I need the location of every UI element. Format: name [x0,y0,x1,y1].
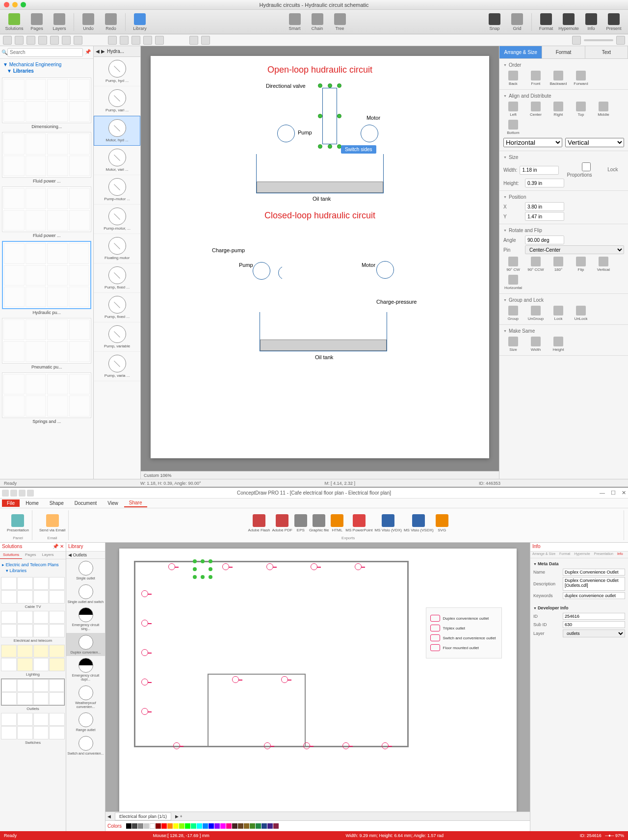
hypernote-button[interactable]: Hypernote [558,12,579,32]
zoom-in-tool[interactable] [616,36,625,45]
color-swatch[interactable] [167,823,173,829]
pen-tool[interactable] [62,36,71,45]
lib-switches[interactable] [1,713,65,739]
outlet[interactable] [173,742,180,749]
line-tool[interactable] [15,36,24,45]
align-right-button[interactable]: Right [549,102,568,117]
present-button[interactable]: Present [603,12,624,32]
export-svg-button[interactable]: SVG [436,514,448,532]
tab-pages[interactable]: Pages [22,551,39,559]
lib-lighting[interactable] [1,645,65,671]
minimize-icon[interactable] [12,2,18,7]
section-rotate[interactable]: Rotate and Flip [503,226,624,235]
color-swatch[interactable] [161,823,167,829]
lock-proportions-checkbox[interactable] [567,162,606,171]
layer-select[interactable]: outlets [563,630,625,637]
shape-pump-hyd[interactable]: Pump, hyd ... [94,57,140,86]
redo-button[interactable]: Redo [101,12,121,32]
undo-button[interactable]: Undo [78,12,99,32]
motor-symbol-2[interactable] [376,261,394,279]
qat-save-icon[interactable] [2,490,9,497]
color-swatch[interactable] [250,823,255,829]
lib-electrical[interactable] [1,611,65,637]
menu-document[interactable]: Document [70,499,102,507]
menu-share[interactable]: Share [124,499,147,507]
same-size-button[interactable]: Size [503,337,523,352]
maximize-icon[interactable] [21,2,26,7]
tab-format[interactable]: Format [542,46,585,58]
chain-button[interactable]: Chain [307,12,328,32]
outlet[interactable] [355,563,362,570]
align-left-button[interactable]: Left [503,102,523,117]
shape-pump-vari[interactable]: Pump, vari ... [94,86,140,116]
outlet[interactable] [382,742,389,749]
distribute-tool[interactable] [131,36,140,45]
zoom-slider[interactable] [584,39,613,41]
close-icon[interactable]: ✕ [622,490,626,496]
angle-input[interactable] [525,236,564,244]
rotate-180-button[interactable]: 180° [549,257,568,272]
section-align[interactable]: Align and Distribute [503,92,624,100]
section-metadata[interactable]: Meta Data [533,560,625,567]
canvas-viewport[interactable]: Open-loop hudraulic circuit Directional … [141,46,499,471]
order-front-button[interactable]: Front [526,71,546,86]
page-nav-next[interactable]: ▶ + [175,814,183,819]
motor-symbol[interactable] [361,125,378,142]
rotate-ccw-button[interactable]: 90° CCW [526,257,546,272]
distribute-vert-select[interactable]: Vertical [565,138,624,147]
connector-tool[interactable] [108,36,117,45]
shape-pump-fixed[interactable]: Pump, fixed ... [94,263,140,293]
color-swatch[interactable] [203,823,208,829]
align-center-button[interactable]: Center [526,102,546,117]
lib-dimensioning[interactable] [2,78,91,123]
outlet[interactable] [281,676,288,683]
outlet[interactable] [222,563,229,570]
section-size[interactable]: Size [503,153,624,161]
smart-button[interactable]: Smart [285,12,305,32]
color-swatch[interactable] [138,823,143,829]
pump-symbol[interactable] [277,125,295,142]
rotate-tool[interactable] [143,36,152,45]
section-position[interactable]: Position [503,193,624,201]
win-canvas-viewport[interactable]: Duplex convenience outlet Triplex outlet… [105,543,530,812]
export-vsdx-button[interactable]: MS Visio (VSDX) [404,514,434,532]
export-eps-button[interactable]: EPS [294,514,307,532]
distribute-horiz-select[interactable]: Horizontal [503,138,562,147]
lib-fluid-2[interactable] [2,186,91,232]
tab-arrange[interactable]: Arrange & Size [499,46,542,58]
color-swatch[interactable] [220,823,226,829]
pages-button[interactable]: Pages [26,12,47,32]
color-swatch[interactable] [226,823,232,829]
lib-hydraulic[interactable] [2,241,91,309]
shape-pump-varia[interactable]: Pump, varia ... [94,352,140,381]
shape-pump-motor-2[interactable]: Pump-motor, ... [94,205,140,234]
menu-file[interactable]: File [2,499,20,507]
align-middle-button[interactable]: Middle [594,102,613,117]
curve-tool[interactable] [50,36,59,45]
tab-layers[interactable]: Layers [39,551,57,559]
rect-tool[interactable] [26,36,35,45]
qat-undo-icon[interactable] [10,490,17,497]
minimize-icon[interactable]: — [600,490,605,496]
color-swatch[interactable] [144,823,149,829]
tab-presentation[interactable]: Presentation [592,551,615,558]
color-swatch[interactable] [173,823,179,829]
shape-motor-vari[interactable]: Motor, vari ... [94,146,140,175]
color-swatch[interactable] [238,823,243,829]
zoom-slider[interactable]: ─●─ [605,833,614,838]
tab-hypernote[interactable]: Hypernote [572,551,592,558]
outlet[interactable] [141,708,148,715]
email-button[interactable]: Send via Email [39,514,65,532]
order-backward-button[interactable]: Backward [549,71,568,86]
outlet[interactable] [141,590,148,597]
qat-redo-icon[interactable] [19,490,26,497]
close-icon[interactable] [4,2,9,7]
align-top-button[interactable]: Top [571,102,591,117]
ungroup-button[interactable]: UnGroup [526,306,546,321]
keywords-input[interactable] [563,592,625,599]
subid-input[interactable] [563,621,625,628]
shape-switch-conv[interactable]: Switch and convenien... [66,734,105,758]
shape-pump-variable[interactable]: Pump, variable [94,322,140,352]
shape-pump-fixed-2[interactable]: Pump, fixed ... [94,293,140,322]
tree-root[interactable]: ▸ Electric and Telecom Plans [2,562,64,567]
